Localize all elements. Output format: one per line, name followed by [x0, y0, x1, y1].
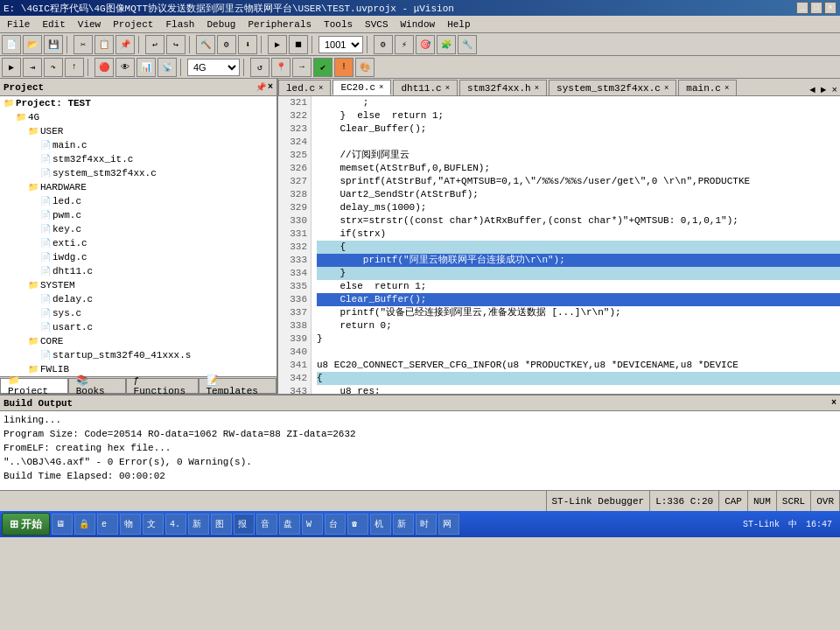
- orange-button[interactable]: !: [334, 58, 354, 77]
- tab-close-1[interactable]: ×: [379, 83, 383, 92]
- taskbar-uvision[interactable]: 报: [234, 514, 255, 535]
- start-button[interactable]: ⊞ 开始: [2, 513, 50, 536]
- copy-button[interactable]: 📋: [94, 35, 114, 54]
- menu-item-edit[interactable]: Edit: [37, 18, 70, 31]
- target-options[interactable]: 🎯: [416, 35, 435, 54]
- taskbar-app2[interactable]: 文: [143, 514, 164, 535]
- tab-EC20-c[interactable]: EC20.c×: [332, 80, 391, 95]
- menu-item-tools[interactable]: Tools: [318, 18, 358, 31]
- menu-item-peripherals[interactable]: Peripherals: [242, 18, 317, 31]
- tree-item-13[interactable]: 📁SYSTEM: [0, 278, 276, 292]
- redo-button[interactable]: ↪: [166, 35, 186, 54]
- tree-item-14[interactable]: 📄delay.c: [0, 292, 276, 306]
- tree-item-6[interactable]: 📁HARDWARE: [0, 180, 276, 194]
- tree-item-9[interactable]: 📄key.c: [0, 222, 276, 236]
- pin-button[interactable]: 📍: [271, 58, 290, 77]
- cut-button[interactable]: ✂: [74, 35, 93, 54]
- build-button[interactable]: 🔨: [196, 35, 215, 54]
- menu-item-flash[interactable]: Flash: [160, 18, 200, 31]
- build-close-icon[interactable]: ×: [831, 398, 836, 408]
- menu-item-window[interactable]: Window: [396, 18, 441, 31]
- tab-close-0[interactable]: ×: [318, 84, 323, 93]
- code-content[interactable]: ; } else return 1; Clear_Buffer(); //订阅到…: [312, 96, 840, 394]
- panel-close-icon[interactable]: ×: [268, 82, 273, 93]
- minimize-button[interactable]: _: [796, 2, 808, 14]
- memory-button[interactable]: 📊: [136, 58, 156, 77]
- taskbar-app5[interactable]: 图: [211, 514, 232, 535]
- tab-close-4[interactable]: ×: [664, 84, 668, 93]
- arrow-button[interactable]: →: [292, 58, 312, 77]
- serial-button[interactable]: 📡: [158, 58, 177, 77]
- tree-item-8[interactable]: 📄pwm.c: [0, 208, 276, 222]
- target-select[interactable]: 1001: [318, 36, 363, 53]
- flash-button[interactable]: ⚡: [395, 35, 414, 54]
- menu-item-help[interactable]: Help: [442, 18, 475, 31]
- device-select[interactable]: 4G: [187, 59, 240, 76]
- tab-close-2[interactable]: ×: [445, 84, 450, 93]
- taskbar-phone[interactable]: ☎: [347, 514, 368, 535]
- new-button[interactable]: 📄: [2, 35, 21, 54]
- menu-item-svcs[interactable]: SVCS: [360, 18, 393, 31]
- open-button[interactable]: 📂: [23, 35, 42, 54]
- tab-dht11-c[interactable]: dht11.c×: [393, 80, 458, 95]
- menu-item-file[interactable]: File: [2, 18, 35, 31]
- menu-item-project[interactable]: Project: [108, 18, 158, 31]
- tree-item-4[interactable]: 📄stm32f4xx_it.c: [0, 152, 276, 166]
- undo-button[interactable]: ↩: [145, 35, 164, 54]
- tree-item-1[interactable]: 📁4G: [0, 110, 276, 124]
- taskbar-app9[interactable]: 机: [370, 514, 391, 535]
- tree-item-17[interactable]: 📁CORE: [0, 334, 276, 348]
- taskbar-app6[interactable]: 音: [256, 514, 277, 535]
- menu-item-view[interactable]: View: [73, 18, 106, 31]
- palette-button[interactable]: 🎨: [355, 58, 374, 77]
- close-button[interactable]: ×: [824, 2, 836, 14]
- tree-item-16[interactable]: 📄usart.c: [0, 320, 276, 334]
- panel-pin-icon[interactable]: 📌: [256, 82, 266, 93]
- tab-scroll-right[interactable]: ►: [818, 85, 830, 95]
- tab-led-c[interactable]: led.c×: [278, 80, 331, 95]
- tab-close-5[interactable]: ×: [724, 84, 729, 93]
- taskbar-browser1[interactable]: e: [97, 514, 118, 535]
- watch-button[interactable]: 👁: [116, 58, 135, 77]
- taskbar-app4[interactable]: 新: [188, 514, 209, 535]
- tab-functions[interactable]: ƒ Functions: [126, 378, 199, 394]
- taskbar-app7[interactable]: 盘: [279, 514, 300, 535]
- taskbar-desktop[interactable]: 🖥: [52, 514, 73, 535]
- taskbar-app10[interactable]: 新: [393, 514, 414, 535]
- tree-item-2[interactable]: 📁USER: [0, 124, 276, 138]
- tab-project[interactable]: 📁 Project: [0, 378, 68, 394]
- tree-item-0[interactable]: 📁Project: TEST: [0, 96, 276, 110]
- tree-item-18[interactable]: 📄startup_stm32f40_41xxx.s: [0, 348, 276, 362]
- download-button[interactable]: ⬇: [238, 35, 257, 54]
- stepout-button[interactable]: ↑: [65, 58, 84, 77]
- menu-item-debug[interactable]: Debug: [201, 18, 241, 31]
- stepover-button[interactable]: ↷: [44, 58, 63, 77]
- tree-item-7[interactable]: 📄led.c: [0, 194, 276, 208]
- tree-item-5[interactable]: 📄system_stm32f4xx.c: [0, 166, 276, 180]
- code-container[interactable]: 3213223233243253263273283293303313323333…: [278, 96, 840, 394]
- maximize-button[interactable]: □: [810, 2, 822, 14]
- tree-item-10[interactable]: 📄exti.c: [0, 236, 276, 250]
- tree-item-3[interactable]: 📄main.c: [0, 138, 276, 152]
- rebuild-button[interactable]: ⚙: [217, 35, 236, 54]
- taskbar-lock[interactable]: 🔒: [74, 514, 95, 535]
- taskbar-clock[interactable]: 时: [416, 514, 437, 535]
- tab-scroll-left[interactable]: ◄: [807, 85, 818, 95]
- tab-close-3[interactable]: ×: [535, 84, 539, 93]
- tree-item-12[interactable]: 📄dht11.c: [0, 264, 276, 278]
- tab-books[interactable]: 📚 Books: [68, 378, 126, 394]
- step-button[interactable]: ⇥: [23, 58, 42, 77]
- tab-templates[interactable]: 📝 Templates: [199, 378, 277, 394]
- taskbar-net[interactable]: 网: [438, 514, 459, 535]
- tab-system_stm32f4xx-c[interactable]: system_stm32f4xx.c×: [549, 80, 676, 95]
- project-tree[interactable]: 📁Project: TEST📁4G📁USER📄main.c📄stm32f4xx_…: [0, 96, 276, 376]
- components-button[interactable]: 🧩: [437, 35, 456, 54]
- save-button[interactable]: 💾: [44, 35, 63, 54]
- reset-button[interactable]: ↺: [250, 58, 270, 77]
- tab-stm32f4xx-h[interactable]: stm32f4xx.h×: [459, 80, 547, 95]
- taskbar-app3[interactable]: 4.: [165, 514, 186, 535]
- green-button[interactable]: ✔: [313, 58, 332, 77]
- settings-button[interactable]: ⚙: [374, 35, 393, 54]
- tree-item-15[interactable]: 📄sys.c: [0, 306, 276, 320]
- paste-button[interactable]: 📌: [116, 35, 135, 54]
